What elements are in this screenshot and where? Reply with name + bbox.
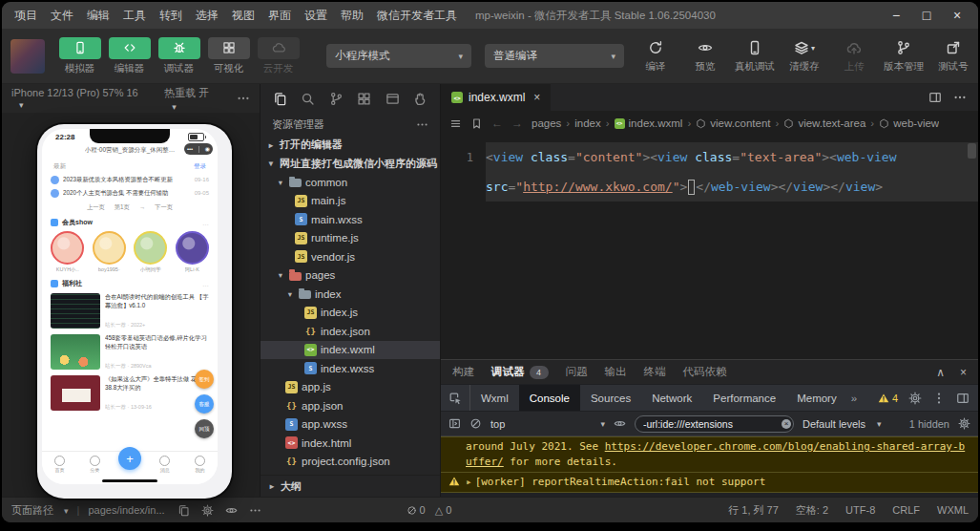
member-item[interactable]: boy1995· <box>93 231 127 273</box>
collapse-panel-icon[interactable]: ∧ <box>936 366 945 379</box>
fab-客服[interactable]: 客服 <box>195 394 214 414</box>
tree-section-打开的编辑器[interactable]: ▸打开的编辑器 <box>261 136 440 155</box>
section-more-button[interactable]: … <box>202 281 209 287</box>
devtools-tab-Console[interactable]: Console <box>519 385 580 411</box>
feed-item[interactable]: 458套零基础英语口语必修,碎片化学习轻松开口说英语站长一荐 · 2890Vca <box>42 331 218 372</box>
preview-page-icon[interactable] <box>225 504 238 517</box>
clear-filter-icon[interactable]: × <box>782 419 791 429</box>
warning-counter[interactable]: 4 <box>878 393 898 404</box>
breadcrumb-item-view.content[interactable]: view.content <box>696 117 770 129</box>
menu-item-6[interactable]: 视图 <box>225 8 261 24</box>
tabbar-item-我的[interactable]: 我的 <box>189 456 212 473</box>
tree-item-index.wxss[interactable]: Sindex.wxss <box>261 359 440 378</box>
activity-branch-button[interactable] <box>329 90 344 107</box>
fab-回顶[interactable]: 回顶 <box>195 419 214 438</box>
phone-screen[interactable]: 22:28 小程·00营销_资源分享_休闲整… ••• ◉ <box>42 129 218 484</box>
tabbar-item-消息[interactable]: 消息 <box>154 456 177 473</box>
editor-scrollbar[interactable] <box>968 143 976 159</box>
breadcrumb-item-web-view[interactable]: web-view <box>879 117 939 129</box>
language-mode[interactable]: WXML <box>937 504 969 516</box>
tree-item-index.js[interactable]: JSindex.js <box>261 304 440 323</box>
phone-tab-left[interactable]: 最新 <box>53 162 66 171</box>
bookmark-icon[interactable] <box>470 117 483 130</box>
dock-side-icon[interactable] <box>956 392 970 405</box>
phone-tab-right[interactable]: 登录 <box>194 162 206 171</box>
miniapp-capsule[interactable]: ••• ◉ <box>184 143 213 155</box>
capsule-home-icon[interactable]: ◉ <box>205 146 210 152</box>
tabbar-add-button[interactable]: + <box>118 447 141 470</box>
current-page-path[interactable]: pages/index/in... <box>88 504 164 516</box>
code-editor[interactable]: 1<view class="content"><view class="text… <box>441 136 978 359</box>
tree-item-common[interactable]: ▾common <box>261 173 440 192</box>
outline-section[interactable]: ▸ 大纲 <box>261 475 440 497</box>
tree-item-main.wxss[interactable]: Smain.wxss <box>261 210 440 229</box>
devtools-tab-Wxml[interactable]: Wxml <box>470 385 519 411</box>
tree-item-main.js[interactable]: JSmain.js <box>261 192 440 211</box>
mode-button-编辑器[interactable]: 编辑器 <box>106 37 153 75</box>
explorer-more-button[interactable] <box>416 117 428 131</box>
list-item[interactable]: 2020个人主页书源合集 不需要任何辅助09-05 <box>42 186 218 200</box>
capsule-more-icon[interactable]: ••• <box>187 146 193 152</box>
indentation[interactable]: 空格: 2 <box>796 503 828 518</box>
more-icon[interactable] <box>249 504 261 517</box>
menu-item-10[interactable]: 微信开发者工具 <box>370 8 464 24</box>
eol-sequence[interactable]: CRLF <box>892 504 920 516</box>
action-button-预览[interactable]: 预览 <box>683 38 727 74</box>
tree-item-project.config.json[interactable]: {}project.config.json <box>261 453 440 472</box>
member-item[interactable]: KUYH小.. <box>51 231 85 273</box>
tree-item-app.wxss[interactable]: Sapp.wxss <box>261 415 440 435</box>
panel-tab-输出[interactable]: 输出 <box>605 365 627 379</box>
activity-window-button[interactable] <box>386 90 400 107</box>
code-line[interactable]: src="http://www.xkwo.com/"></web-view></… <box>441 172 978 202</box>
user-avatar[interactable] <box>10 39 45 74</box>
menu-item-0[interactable]: 项目 <box>8 8 44 24</box>
hidden-messages-count[interactable]: 1 hidden <box>909 418 949 430</box>
tab-index-wxml[interactable]: <> index.wxml × <box>441 84 551 111</box>
tabbar-item-首页[interactable]: 首页 <box>48 456 71 473</box>
tree-item-index.wxml[interactable]: <>index.wxml <box>261 341 440 360</box>
menu-item-1[interactable]: 文件 <box>44 8 80 24</box>
devtools-tab-Memory[interactable]: Memory <box>786 385 847 411</box>
forward-icon[interactable]: → <box>511 117 523 130</box>
tree-item-runtime.js[interactable]: JSruntime.js <box>261 229 440 248</box>
tree-item-index.json[interactable]: {}index.json <box>261 322 440 341</box>
compile-page-icon[interactable] <box>201 504 214 517</box>
menu-item-5[interactable]: 选择 <box>189 8 225 24</box>
console-sidebar-icon[interactable] <box>448 417 461 430</box>
feed-item[interactable]: 《如果这么大声》全靠特手法做 花了38.8大洋买的站长一荐 · 13-09-16 <box>42 372 218 414</box>
action-button-清缓存[interactable]: ▾清缓存 <box>782 38 826 74</box>
close-button[interactable]: × <box>942 2 972 29</box>
tree-item-vendor.js[interactable]: JSvendor.js <box>261 247 440 266</box>
panel-tab-调试器[interactable]: 调试器4 <box>491 365 549 379</box>
tree-item-app.json[interactable]: {}app.json <box>261 396 440 415</box>
page-path-select[interactable]: 页面路径 ▾ <box>11 503 69 518</box>
minimize-button[interactable]: − <box>881 2 911 29</box>
mode-button-可视化[interactable]: 可视化 <box>205 37 252 75</box>
panel-tab-代码依赖[interactable]: 代码依赖 <box>683 365 727 379</box>
menu-item-9[interactable]: 帮助 <box>334 8 370 24</box>
code-line[interactable]: 1<view class="content"><view class="text… <box>441 142 978 172</box>
action-button-版本管理[interactable]: 版本管理 <box>882 38 926 74</box>
clear-console-icon[interactable] <box>469 417 482 430</box>
close-panel-icon[interactable]: × <box>960 366 967 379</box>
menu-item-8[interactable]: 设置 <box>298 8 334 24</box>
tab-close-icon[interactable]: × <box>533 91 540 104</box>
problems-summary[interactable]: 0 △ 0 <box>407 504 452 517</box>
mode-select[interactable]: 小程序模式 ▾ <box>326 44 471 68</box>
context-select[interactable]: top▾ <box>490 418 605 430</box>
action-button-编译[interactable]: 编译 <box>634 38 678 74</box>
tree-item-app.js[interactable]: JSapp.js <box>261 378 440 397</box>
cursor-position[interactable]: 行 1, 列 77 <box>728 503 779 518</box>
maximize-button[interactable]: □ <box>911 2 942 29</box>
tabbar-item-分类[interactable]: 分类 <box>83 456 106 473</box>
kebab-menu-icon[interactable] <box>932 392 946 405</box>
simulator-more-button[interactable] <box>237 92 250 105</box>
encoding[interactable]: UTF-8 <box>845 504 875 516</box>
activity-grid-button[interactable] <box>357 90 371 107</box>
live-expression-eye-icon[interactable] <box>614 417 626 430</box>
compile-select[interactable]: 普通编译 ▾ <box>485 44 624 68</box>
menu-item-7[interactable]: 界面 <box>261 8 298 24</box>
breadcrumb-item-pages[interactable]: pages <box>532 117 561 129</box>
section-more-button[interactable]: … <box>202 220 209 226</box>
panel-tab-终端[interactable]: 终端 <box>644 365 666 379</box>
